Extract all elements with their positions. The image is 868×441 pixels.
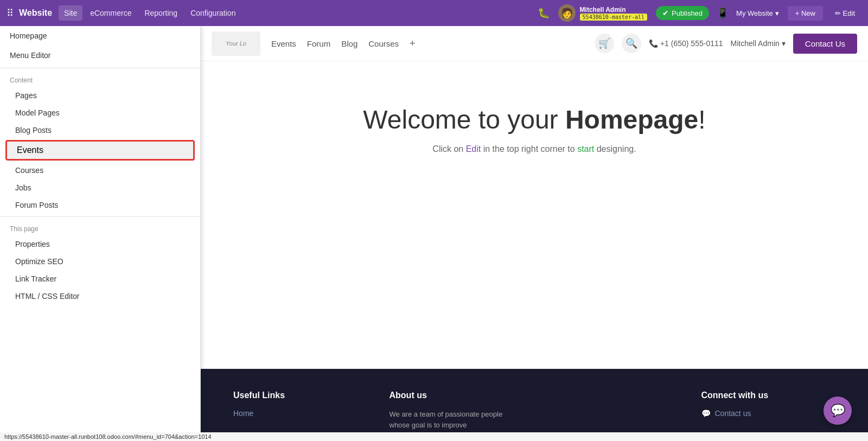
website-user-label: Mitchell Admin [731, 39, 780, 48]
start-text: start [577, 144, 594, 154]
published-label: Published [672, 9, 703, 17]
nav-courses[interactable]: Courses [368, 39, 399, 48]
website-area: Homepage Menu Editor Content Pages Model… [0, 26, 868, 441]
nav-site[interactable]: Site [59, 5, 82, 21]
hero-title-normal: Welcome to your [363, 105, 565, 134]
connect-contact-label: Contact us [715, 409, 751, 418]
nav-events[interactable]: Events [271, 39, 296, 48]
model-pages-item[interactable]: Model Pages [0, 104, 200, 122]
website-header: Your Lo Events Forum Blog Courses + 🛒 🔍 … [201, 26, 868, 61]
hero-title-end: ! [698, 105, 705, 134]
user-avatar: 🧑 [558, 4, 576, 22]
website-nav: Events Forum Blog Courses + [271, 38, 595, 49]
html-css-editor-item[interactable]: HTML / CSS Editor [0, 287, 200, 305]
website-logo: Your Lo [212, 31, 260, 56]
optimize-seo-item[interactable]: Optimize SEO [0, 253, 200, 270]
events-label: Events [17, 145, 43, 155]
header-actions: 🛒 🔍 📞 +1 (650) 555-0111 Mitchell Admin ▾… [595, 34, 857, 54]
about-title: About us [390, 391, 524, 400]
my-website-label: My Website [736, 9, 773, 17]
published-button[interactable]: ✔ Published [656, 6, 709, 20]
edit-text: Edit [466, 144, 481, 154]
nav-blog[interactable]: Blog [341, 39, 358, 48]
useful-links-title: Useful Links [233, 391, 368, 400]
connect-contact-link[interactable]: 💬 Contact us [701, 409, 836, 418]
user-name: Mitchell Admin [580, 6, 647, 14]
forum-posts-item[interactable]: Forum Posts [0, 196, 200, 214]
apps-icon[interactable]: ⠿ [7, 7, 14, 19]
footer-grid: Useful Links Home About us We are a team… [233, 391, 835, 430]
nav-forum[interactable]: Forum [307, 39, 330, 48]
hero-subtitle: Click on Edit in the top right corner to… [233, 144, 835, 154]
website-user-chevron: ▾ [782, 39, 786, 48]
this-page-header: This page [0, 220, 200, 235]
brand-label: Website [19, 8, 52, 18]
spacer-column [545, 391, 680, 430]
status-url: https://55438610-master-all.runbot108.od… [4, 433, 212, 440]
status-bar: https://55438610-master-all.runbot108.od… [0, 432, 868, 441]
menu-editor-item[interactable]: Menu Editor [0, 46, 200, 65]
about-column: About us We are a team of passionate peo… [390, 391, 524, 430]
about-text: We are a team of passionate people whose… [390, 409, 524, 430]
footer-home-link[interactable]: Home [233, 409, 368, 418]
pages-item[interactable]: Pages [0, 87, 200, 104]
blog-posts-item[interactable]: Blog Posts [0, 122, 200, 139]
debug-icon[interactable]: 🐛 [538, 7, 550, 19]
divider-2 [0, 216, 200, 217]
hero-section: Welcome to your Homepage! Click on Edit … [201, 61, 868, 197]
courses-item[interactable]: Courses [0, 162, 200, 179]
site-dropdown-panel: Homepage Menu Editor Content Pages Model… [0, 26, 201, 441]
cart-icon[interactable]: 🛒 [595, 34, 614, 53]
main-content-area: Your Lo Events Forum Blog Courses + 🛒 🔍 … [201, 26, 868, 441]
contact-us-button[interactable]: Contact Us [793, 34, 857, 54]
logo-text: Your Lo [226, 40, 246, 47]
events-item[interactable]: Events [5, 140, 195, 161]
content-header: Content [0, 71, 200, 87]
edit-button[interactable]: ✏ Edit [828, 6, 861, 21]
search-icon[interactable]: 🔍 [622, 34, 641, 53]
nav-configuration[interactable]: Configuration [185, 5, 241, 21]
chat-icon: 💬 [701, 409, 711, 418]
connect-title: Connect with us [701, 391, 836, 400]
nav-ecommerce[interactable]: eCommerce [85, 5, 137, 21]
useful-links-column: Useful Links Home [233, 391, 368, 430]
my-website-button[interactable]: My Website ▾ [736, 9, 779, 17]
hero-title-bold: Homepage [565, 105, 698, 134]
new-button[interactable]: + New [788, 6, 823, 21]
connect-column: Connect with us 💬 Contact us [701, 391, 836, 430]
user-badge: 🧑 Mitchell Admin 55438610-master-all [558, 4, 647, 22]
nav-reporting[interactable]: Reporting [139, 5, 183, 21]
edit-label: ✏ Edit [835, 9, 855, 17]
homepage-item[interactable]: Homepage [0, 26, 200, 46]
footer-section: Useful Links Home About us We are a team… [201, 369, 868, 441]
jobs-item[interactable]: Jobs [0, 179, 200, 196]
live-chat-bubble[interactable]: 💬 [824, 397, 852, 425]
new-label: + New [795, 9, 815, 17]
hero-title: Welcome to your Homepage! [233, 105, 835, 135]
mobile-icon[interactable]: 📱 [717, 7, 729, 19]
user-db: 55438610-master-all [580, 14, 647, 21]
phone-number: 📞 +1 (650) 555-0111 [649, 39, 723, 48]
link-tracker-item[interactable]: Link Tracker [0, 270, 200, 287]
chevron-down-icon: ▾ [775, 9, 779, 17]
website-user-dropdown[interactable]: Mitchell Admin ▾ [731, 39, 786, 48]
chat-bubble-icon: 💬 [831, 404, 845, 418]
divider-1 [0, 68, 200, 68]
top-navigation: ⠿ Website Site eCommerce Reporting Confi… [0, 0, 868, 26]
add-menu-item-button[interactable]: + [410, 38, 416, 49]
properties-item[interactable]: Properties [0, 235, 200, 253]
check-icon: ✔ [662, 9, 669, 17]
